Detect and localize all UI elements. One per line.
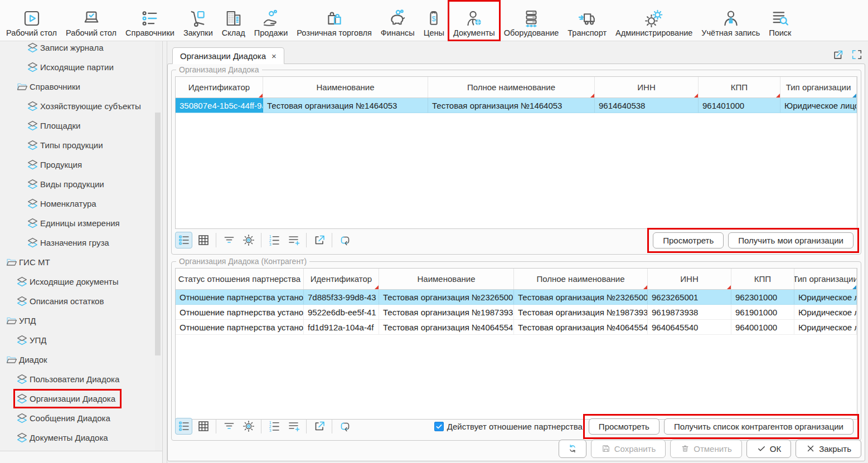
cell-kpp[interactable]: 961901000	[731, 305, 794, 319]
cell-org-type[interactable]: Юридическое лицо, с	[780, 98, 857, 113]
column-header-kpp[interactable]: КПП	[731, 269, 794, 289]
column-header-full-name[interactable]: Полное наименование	[514, 269, 648, 289]
toolbar-item-transport[interactable]: Транспорт	[564, 2, 610, 40]
toolbar-item-purchases[interactable]: Закупки	[180, 2, 217, 40]
partnership-active-checkbox[interactable]	[434, 422, 444, 431]
tree-item-product-types[interactable]: Типы продукции	[0, 135, 153, 155]
grid-view-button[interactable]	[195, 418, 212, 435]
view-button[interactable]: Просмотреть	[589, 418, 660, 435]
tree-item-diadoc-organizations[interactable]: Организации Диадока	[0, 389, 153, 408]
cell-kpp[interactable]: 962301000	[731, 290, 794, 304]
cell-name[interactable]: Тестовая организация №2326500	[379, 290, 514, 304]
tree-folder-directories[interactable]: Справочники	[0, 77, 153, 96]
cell-full-name[interactable]: Тестовая организация №4064554	[514, 320, 648, 334]
reload-button[interactable]	[336, 418, 353, 435]
tree-item-outgoing-documents[interactable]: Исходящие документы	[0, 272, 153, 291]
toolbar-item-administration[interactable]: Администрирование	[612, 2, 696, 40]
table-row[interactable]: Отношение партнерства установле fd1d912a…	[176, 320, 857, 335]
column-header-name[interactable]: Наименование	[263, 77, 428, 98]
numbered-list-button[interactable]	[265, 232, 283, 248]
cell-org-type[interactable]: Юридическое ли	[794, 305, 857, 319]
sidebar-splitter[interactable]	[163, 41, 167, 463]
tree-item-diadoc-messages[interactable]: Сообщения Диадока	[0, 408, 153, 428]
cell-name[interactable]: Тестовая организация №1987393	[379, 305, 514, 319]
get-counterparties-button[interactable]: Получить список контрагентов организации	[664, 418, 854, 435]
list-view-button[interactable]	[175, 418, 192, 435]
tree-item-business-entities[interactable]: Хозяйствующие субъекты	[0, 96, 153, 116]
add-row-button[interactable]	[285, 232, 302, 248]
partnership-active-checkbox-wrap[interactable]: Действует отношение партнерства	[434, 422, 583, 431]
cancel-button[interactable]: Отменить	[670, 440, 742, 458]
toolbar-item-prices[interactable]: Цены	[420, 2, 448, 40]
fullscreen-icon[interactable]	[851, 48, 863, 61]
tree-folder-gis-mt[interactable]: ГИС МТ	[0, 252, 153, 272]
open-external-button[interactable]	[311, 232, 328, 248]
cell-kpp[interactable]: 964001000	[731, 320, 794, 334]
tab-diadoc-organizations[interactable]: Организации Диадока ×	[172, 47, 284, 64]
cell-identifier[interactable]: 350807e4-1b5c-44ff-9a	[176, 98, 263, 113]
filter-button[interactable]	[220, 232, 237, 248]
tab-close-icon[interactable]: ×	[271, 51, 277, 61]
cell-inn[interactable]: 9623265001	[648, 290, 731, 304]
refresh-button[interactable]	[559, 440, 586, 458]
open-external-button[interactable]	[311, 418, 328, 435]
cell-partnership-status[interactable]: Отношение партнерства установле	[176, 305, 304, 319]
cell-partnership-status[interactable]: Отношение партнерства установле	[176, 320, 304, 334]
cell-identifier[interactable]: 7d885f33-99d8-43	[304, 290, 379, 304]
cell-inn[interactable]: 9614640538	[595, 98, 699, 113]
close-button[interactable]: Закрыть	[796, 440, 861, 458]
toolbar-item-desktop-2[interactable]: Рабочий стол	[62, 2, 120, 40]
cell-org-type[interactable]: Юридическое ли	[794, 290, 857, 304]
column-header-partnership-status[interactable]: Статус отношения партнерства	[176, 269, 304, 289]
column-header-org-type[interactable]: Тип организации	[780, 77, 857, 98]
column-header-identifier[interactable]: Идентификатор	[176, 77, 263, 98]
toolbar-item-warehouse[interactable]: Склад	[218, 2, 249, 40]
cell-identifier[interactable]: fd1d912a-104a-4f	[304, 320, 379, 334]
cell-full-name[interactable]: Тестовая организация №1464053	[428, 98, 595, 113]
grid-view-button[interactable]	[195, 232, 212, 248]
column-header-identifier[interactable]: Идентификатор	[304, 269, 379, 289]
toolbar-item-search[interactable]: Поиск	[765, 2, 795, 40]
tree-folder-upd[interactable]: УПД	[0, 311, 153, 330]
cell-inn[interactable]: 9640645540	[648, 320, 731, 334]
cell-full-name[interactable]: Тестовая организация №2326500	[514, 290, 648, 304]
column-header-name[interactable]: Наименование	[379, 269, 514, 289]
cell-inn[interactable]: 9619873938	[648, 305, 731, 319]
table-row[interactable]: 350807e4-1b5c-44ff-9a Тестовая организац…	[176, 98, 857, 113]
toolbar-item-equipment[interactable]: Оборудование	[500, 2, 563, 40]
toolbar-item-desktop-1[interactable]: Рабочий стол	[2, 2, 61, 40]
filter-button[interactable]	[220, 418, 237, 435]
tree-item-cargo-destinations[interactable]: Назначения груза	[0, 233, 153, 252]
tree-item-diadoc-users[interactable]: Пользователи Диадока	[0, 369, 153, 389]
column-header-org-type[interactable]: Тип организации	[794, 269, 857, 289]
cell-partnership-status[interactable]: Отношение партнерства установле	[176, 290, 304, 304]
column-header-inn[interactable]: ИНН	[648, 269, 731, 289]
save-button[interactable]: Сохранить	[591, 440, 666, 458]
scrollbar-thumb[interactable]	[155, 113, 161, 355]
settings-button[interactable]	[240, 418, 257, 435]
list-view-button[interactable]	[175, 232, 192, 248]
tree-item-units[interactable]: Единицы измерения	[0, 213, 153, 233]
sidebar-scrollbar[interactable]	[155, 41, 161, 451]
tree-item-diadoc-documents[interactable]: Документы Диадока	[0, 428, 153, 447]
tree-folder-diadoc[interactable]: Диадок	[0, 350, 153, 369]
table-row[interactable]: Отношение партнерства установле 7d885f33…	[176, 290, 857, 305]
cell-name[interactable]: Тестовая организация №4064554	[379, 320, 514, 334]
cell-kpp[interactable]: 961401000	[699, 98, 780, 113]
cell-identifier[interactable]: 9522e6db-ee5f-41	[304, 305, 379, 319]
add-row-button[interactable]	[285, 418, 302, 435]
cell-name[interactable]: Тестовая организация №1464053	[263, 98, 428, 113]
toolbar-item-account[interactable]: Учётная запись	[697, 2, 764, 40]
settings-button[interactable]	[240, 232, 257, 248]
tree-item-products[interactable]: Продукция	[0, 155, 153, 174]
tree-item-product-kinds[interactable]: Виды продукции	[0, 174, 153, 194]
column-header-kpp[interactable]: КПП	[699, 77, 780, 98]
numbered-list-button[interactable]	[265, 418, 283, 435]
get-my-organizations-button[interactable]: Получить мои организации	[728, 232, 854, 248]
column-header-full-name[interactable]: Полное наименование	[428, 77, 595, 98]
toolbar-item-retail[interactable]: Розничная торговля	[293, 2, 376, 40]
tree-item-outgoing-batches[interactable]: Исходящие партии	[0, 57, 153, 77]
view-button[interactable]: Просмотреть	[653, 232, 724, 248]
column-header-inn[interactable]: ИНН	[595, 77, 699, 98]
tree-item-upd[interactable]: УПД	[0, 330, 153, 350]
